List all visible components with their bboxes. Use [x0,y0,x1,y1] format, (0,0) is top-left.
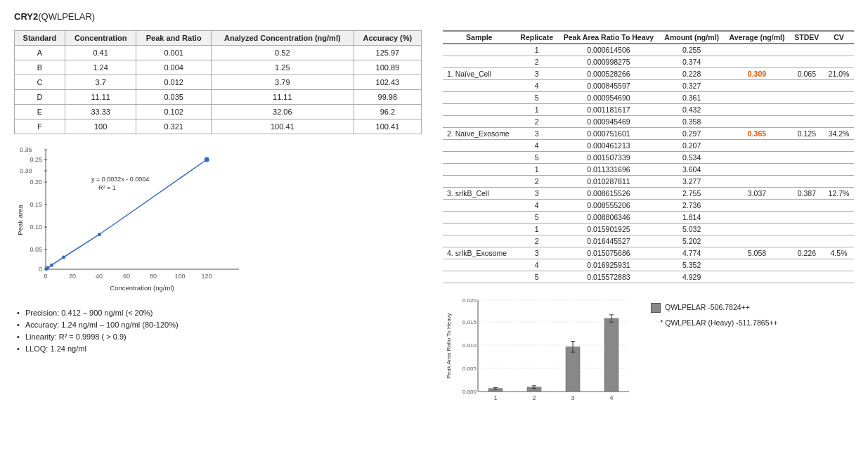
data-table-th: Average (ng/ml) [724,31,790,44]
data-table-row: 4. srIkB_Exosome30.0150756864.7745.0580.… [443,247,854,259]
std-table-cell: 32.06 [211,105,354,119]
sample-name-cell [443,200,516,212]
std-table-cell: 102.43 [354,75,421,90]
svg-text:0.20: 0.20 [30,179,42,186]
data-table-row: 20.0009454690.358 [443,116,854,128]
stdev-cell [790,104,824,116]
replicate-cell: 1 [516,224,558,235]
stdev-cell [790,44,824,56]
legend-label-2: * QWLPELAR (Heavy) -511.7865++ [660,317,778,330]
title-normal: (QWLPELAR) [38,11,95,22]
peak-ratio-cell: 0.000528266 [558,68,659,80]
bullet-item: Linearity: R² = 0.9998 ( > 0.9) [14,332,422,341]
cv-cell [824,116,854,128]
right-column: SampleReplicatePeak Area Ratio To HeavyA… [443,30,854,410]
replicate-cell: 4 [516,80,558,92]
sample-name-cell [443,44,516,56]
std-table-cell: 33.33 [65,105,136,119]
data-table-row: 40.0004612130.207 [443,140,854,152]
std-table-cell: 0.321 [136,119,211,134]
amount-cell: 2.736 [659,200,724,212]
cv-cell [824,235,854,247]
std-table-cell: 0.004 [136,60,211,75]
svg-text:Concentration  (ng/ml): Concentration (ng/ml) [110,284,174,292]
std-table-row: E33.330.10232.0696.2 [15,105,422,119]
std-table-cell: 96.2 [354,105,421,119]
svg-text:40: 40 [96,273,103,280]
data-table-row: 40.0008455970.327 [443,80,854,92]
legend-area: QWLPELAR -506.7824++ * QWLPELAR (Heavy) … [651,295,778,332]
amount-cell: 2.755 [659,188,724,200]
stdev-cell [790,176,824,188]
average-cell [724,176,790,188]
bar-chart-svg: 0.000 0.005 0.010 0.015 0.020 Peak Area … [443,295,640,410]
replicate-cell: 3 [516,128,558,140]
cv-cell [824,44,854,56]
data-table-th: CV [824,31,854,44]
amount-cell: 0.358 [659,116,724,128]
data-table-row: 50.0155728834.929 [443,271,854,283]
peak-ratio-cell: 0.015075686 [558,247,659,259]
std-table-row: A0.410.0010.52125.97 [15,46,422,60]
std-table-cell: 99.98 [354,90,421,105]
amount-cell: 0.534 [659,152,724,164]
replicate-cell: 4 [516,200,558,212]
peak-ratio-cell: 0.000751601 [558,128,659,140]
std-table-cell: 0.035 [136,90,211,105]
data-table-row: 10.0113316963.604 [443,164,854,176]
svg-point-32 [205,157,209,162]
bullet-list: Precision: 0.412 – 900 ng/ml (< 20%)Accu… [14,309,422,353]
replicate-cell: 5 [516,271,558,283]
replicate-cell: 5 [516,92,558,104]
amount-cell: 3.277 [659,176,724,188]
data-table-header: SampleReplicatePeak Area Ratio To HeavyA… [443,31,854,44]
peak-ratio-cell: 0.001507339 [558,152,659,164]
data-table-row: 20.0009982750.374 [443,56,854,68]
std-table-cell: E [15,105,65,119]
cv-cell [824,176,854,188]
svg-text:0.020: 0.020 [462,297,477,304]
cv-cell: 34.2% [824,128,854,140]
amount-cell: 0.228 [659,68,724,80]
legend-star [651,318,656,328]
svg-text:0.35: 0.35 [20,146,32,153]
bar-chart-area: 0.000 0.005 0.010 0.015 0.020 Peak Area … [443,295,854,410]
std-table-cell: D [15,90,65,105]
std-table-cell: 0.012 [136,75,211,90]
std-table-th: Accuracy (%) [354,31,421,46]
stdev-cell [790,80,824,92]
left-column: StandardConcentrationPeak and RatioAnaly… [14,30,422,410]
replicate-cell: 2 [516,56,558,68]
cv-cell [824,104,854,116]
bullet-item: LLOQ: 1.24 ng/ml [14,344,422,353]
svg-text:3: 3 [571,394,574,401]
replicate-cell: 4 [516,140,558,152]
sample-name-cell [443,224,516,235]
data-table-row: 10.0159019255.032 [443,224,854,235]
data-table-row: 20.0102878113.277 [443,176,854,188]
cv-cell: 4.5% [824,247,854,259]
stdev-cell [790,152,824,164]
stdev-cell [790,259,824,271]
data-table-row: 2. Naïve_Exosome30.0007516010.2970.3650.… [443,128,854,140]
amount-cell: 0.327 [659,80,724,92]
peak-ratio-cell: 0.000954690 [558,92,659,104]
replicate-cell: 2 [516,235,558,247]
average-cell: 3.037 [724,188,790,200]
data-table: SampleReplicatePeak Area Ratio To HeavyA… [443,30,854,283]
cv-cell [824,224,854,235]
data-table-row: 10.0006145060.255 [443,44,854,56]
sample-name-cell [443,212,516,224]
replicate-cell: 5 [516,152,558,164]
sample-name-cell [443,92,516,104]
svg-text:0.10: 0.10 [30,224,42,231]
average-cell [724,235,790,247]
svg-text:80: 80 [150,273,157,280]
stdev-cell: 0.065 [790,68,824,80]
average-cell [724,44,790,56]
svg-text:0.010: 0.010 [462,342,477,349]
svg-text:0.05: 0.05 [30,246,42,253]
amount-cell: 0.297 [659,128,724,140]
svg-text:Peak Area Ratio To Heavy: Peak Area Ratio To Heavy [446,313,452,378]
stdev-cell [790,56,824,68]
